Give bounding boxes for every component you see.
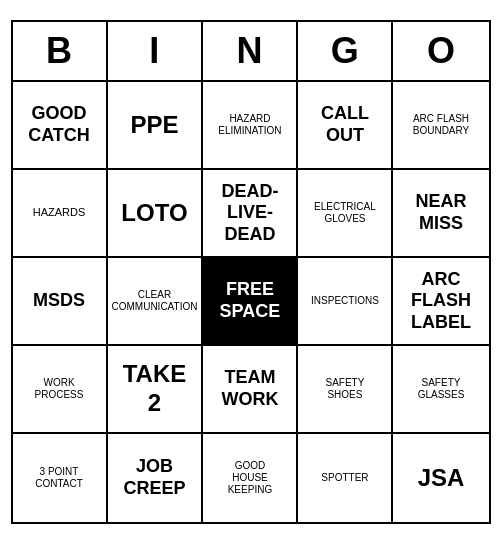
- bingo-cell-11[interactable]: CLEARCOMMUNICATION: [108, 258, 204, 346]
- cell-text-8: ELECTRICALGLOVES: [314, 201, 376, 225]
- bingo-cell-1[interactable]: PPE: [108, 82, 204, 170]
- cell-text-11: CLEARCOMMUNICATION: [112, 289, 198, 313]
- bingo-grid: GOODCATCHPPEHAZARDELIMINATIONCALLOUTARC …: [13, 82, 489, 522]
- bingo-cell-6[interactable]: LOTO: [108, 170, 204, 258]
- cell-text-9: NEARMISS: [415, 191, 466, 234]
- cell-text-17: TEAMWORK: [221, 367, 278, 410]
- bingo-cell-15[interactable]: WORKPROCESS: [13, 346, 108, 434]
- bingo-cell-4[interactable]: ARC FLASHBOUNDARY: [393, 82, 488, 170]
- cell-text-12: FREESPACE: [220, 279, 281, 322]
- bingo-cell-17[interactable]: TEAMWORK: [203, 346, 298, 434]
- bingo-letter-i: I: [108, 22, 203, 80]
- cell-text-24: JSA: [418, 464, 465, 493]
- bingo-cell-22[interactable]: GOODHOUSEKEEPING: [203, 434, 298, 522]
- bingo-cell-3[interactable]: CALLOUT: [298, 82, 393, 170]
- cell-text-7: DEAD-LIVE-DEAD: [221, 181, 278, 246]
- cell-text-1: PPE: [130, 111, 178, 140]
- bingo-cell-21[interactable]: JOBCREEP: [108, 434, 204, 522]
- bingo-letter-b: B: [13, 22, 108, 80]
- cell-text-10: MSDS: [33, 290, 85, 312]
- cell-text-19: SAFETYGLASSES: [418, 377, 465, 401]
- bingo-cell-19[interactable]: SAFETYGLASSES: [393, 346, 488, 434]
- bingo-cell-12[interactable]: FREESPACE: [203, 258, 298, 346]
- bingo-cell-10[interactable]: MSDS: [13, 258, 108, 346]
- cell-text-6: LOTO: [121, 199, 187, 228]
- bingo-cell-16[interactable]: TAKE2: [108, 346, 204, 434]
- bingo-cell-9[interactable]: NEARMISS: [393, 170, 488, 258]
- cell-text-15: WORKPROCESS: [35, 377, 84, 401]
- bingo-cell-14[interactable]: ARCFLASHLABEL: [393, 258, 488, 346]
- bingo-card: BINGO GOODCATCHPPEHAZARDELIMINATIONCALLO…: [11, 20, 491, 524]
- bingo-cell-23[interactable]: SPOTTER: [298, 434, 393, 522]
- bingo-cell-20[interactable]: 3 POINTCONTACT: [13, 434, 108, 522]
- cell-text-0: GOODCATCH: [28, 103, 90, 146]
- bingo-cell-5[interactable]: HAZARDS: [13, 170, 108, 258]
- bingo-header: BINGO: [13, 22, 489, 82]
- bingo-letter-g: G: [298, 22, 393, 80]
- cell-text-22: GOODHOUSEKEEPING: [228, 460, 272, 496]
- bingo-cell-0[interactable]: GOODCATCH: [13, 82, 108, 170]
- cell-text-5: HAZARDS: [33, 206, 86, 219]
- bingo-cell-18[interactable]: SAFETYSHOES: [298, 346, 393, 434]
- bingo-cell-8[interactable]: ELECTRICALGLOVES: [298, 170, 393, 258]
- cell-text-21: JOBCREEP: [123, 456, 185, 499]
- cell-text-20: 3 POINTCONTACT: [35, 466, 83, 490]
- cell-text-18: SAFETYSHOES: [326, 377, 365, 401]
- cell-text-3: CALLOUT: [321, 103, 369, 146]
- cell-text-13: INSPECTIONS: [311, 295, 379, 307]
- cell-text-16: TAKE2: [123, 360, 187, 418]
- bingo-letter-o: O: [393, 22, 488, 80]
- bingo-cell-7[interactable]: DEAD-LIVE-DEAD: [203, 170, 298, 258]
- bingo-letter-n: N: [203, 22, 298, 80]
- bingo-cell-13[interactable]: INSPECTIONS: [298, 258, 393, 346]
- bingo-cell-2[interactable]: HAZARDELIMINATION: [203, 82, 298, 170]
- cell-text-14: ARCFLASHLABEL: [411, 269, 471, 334]
- cell-text-23: SPOTTER: [321, 472, 368, 484]
- cell-text-4: ARC FLASHBOUNDARY: [413, 113, 470, 137]
- cell-text-2: HAZARDELIMINATION: [218, 113, 281, 137]
- bingo-cell-24[interactable]: JSA: [393, 434, 488, 522]
